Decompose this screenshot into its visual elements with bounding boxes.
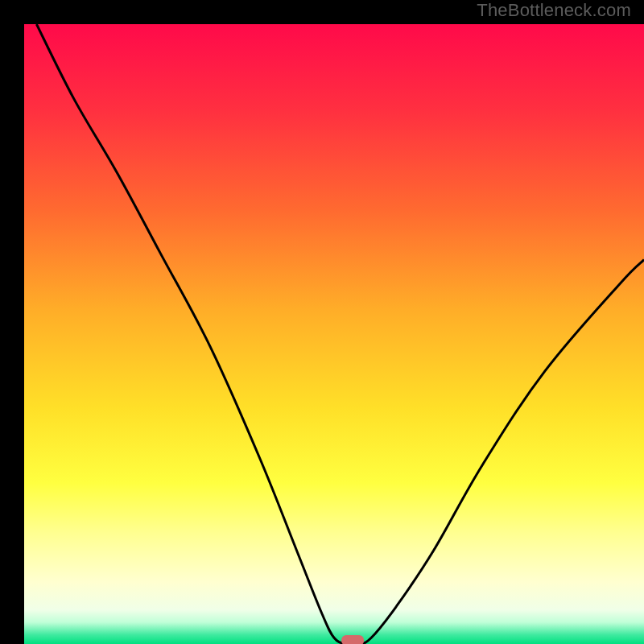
chart-frame xyxy=(12,12,632,632)
chart-svg xyxy=(24,24,644,644)
attribution-text: TheBottleneck.com xyxy=(477,0,631,21)
optimal-marker xyxy=(341,635,364,644)
gradient-background xyxy=(24,24,644,644)
